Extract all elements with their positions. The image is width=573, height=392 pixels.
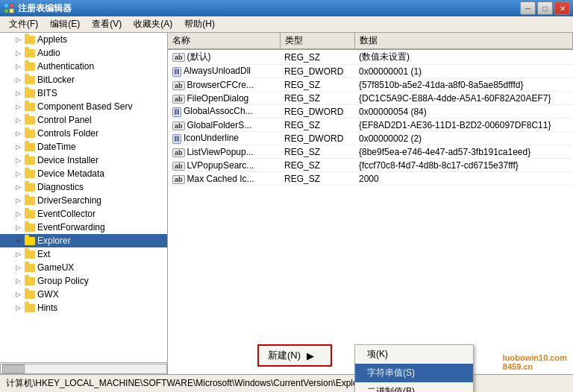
tree-item[interactable]: ▷BitLocker bbox=[0, 73, 167, 86]
tree-expand-icon: ▷ bbox=[12, 262, 24, 274]
reg-name-cell: abFileOpenDialog bbox=[168, 92, 280, 105]
tree-item[interactable]: ▷Ext bbox=[0, 247, 167, 261]
tree-panel: ▷Applets▷Audio▷Authentication▷BitLocker▷… bbox=[0, 33, 168, 374]
tree-item[interactable]: ▷Applets bbox=[0, 33, 167, 46]
tree-item[interactable]: ▷Device Installer bbox=[0, 154, 167, 167]
svg-rect-1 bbox=[10, 4, 13, 7]
reg-ab-icon: ab bbox=[172, 148, 185, 157]
submenu-item[interactable]: 字符串值(S) bbox=[355, 364, 473, 382]
tree-item[interactable]: ▷Audio bbox=[0, 46, 167, 60]
folder-icon bbox=[24, 288, 36, 300]
folder-icon bbox=[24, 248, 36, 260]
menu-file[interactable]: 文件(F) bbox=[3, 16, 44, 32]
close-button[interactable]: ✕ bbox=[554, 1, 570, 15]
table-row[interactable]: abListViewPopup...REG_SZ{8be9f5ea-e746-4… bbox=[168, 145, 573, 159]
reg-name-cell: abLVPopupSearc... bbox=[168, 159, 280, 172]
tree-expand-icon: ▷ bbox=[12, 47, 24, 59]
table-row[interactable]: 目GlobalAssocCh...REG_DWORD0x00000054 (84… bbox=[168, 105, 573, 118]
tree-scrollbar-x[interactable] bbox=[0, 362, 167, 374]
table-row[interactable]: abMax Cached Ic...REG_SZ2000 bbox=[168, 172, 573, 186]
folder-icon bbox=[24, 235, 36, 247]
reg-data-cell: {57f8510b-a5e2-41da-a8f0-8a5ae85dfffd} bbox=[354, 78, 573, 92]
menu-help[interactable]: 帮助(H) bbox=[178, 16, 221, 32]
table-row[interactable]: abBrowserCFCre...REG_SZ{57f8510b-a5e2-41… bbox=[168, 78, 573, 92]
reg-name-cell: abListViewPopup... bbox=[168, 145, 280, 159]
col-header-name: 名称 bbox=[168, 33, 280, 49]
tree-item[interactable]: ▷DateTime bbox=[0, 140, 167, 154]
tree-item-label: Hints bbox=[37, 303, 57, 313]
col-header-type: 类型 bbox=[280, 33, 354, 49]
reg-type-cell: REG_DWORD bbox=[280, 65, 354, 78]
tree-expand-icon: ▷ bbox=[12, 101, 24, 113]
reg-name-cell: abGlobalFolderS... bbox=[168, 118, 280, 132]
tree-item[interactable]: ▼Explorer bbox=[0, 234, 167, 247]
tree-container[interactable]: ▷Applets▷Audio▷Authentication▷BitLocker▷… bbox=[0, 33, 167, 362]
reg-data-cell: {DC1C5A9C-E88A-4dde-A5A1-60F82A20AEF7} bbox=[354, 92, 573, 105]
folder-icon bbox=[24, 47, 36, 59]
folder-icon bbox=[24, 208, 36, 220]
tree-item-label: Ext bbox=[37, 249, 50, 259]
tree-expand-icon: ▷ bbox=[12, 221, 24, 233]
reg-data-cell: {8be9f5ea-e746-4e47-ad57-3fb191ca1eed} bbox=[354, 145, 573, 159]
tree-expand-icon: ▷ bbox=[12, 87, 24, 99]
new-menu-arrow: ▶ bbox=[307, 350, 314, 361]
registry-table[interactable]: 名称 类型 数据 ab(默认)REG_SZ(数值未设置)目AlwaysUnloa… bbox=[168, 33, 573, 374]
tree-item[interactable]: ▷BITS bbox=[0, 86, 167, 100]
tree-item[interactable]: ▷Group Policy bbox=[0, 274, 167, 288]
reg-ab-icon: ab bbox=[172, 121, 185, 130]
window-title: 注册表编辑器 bbox=[18, 2, 520, 15]
tree-item[interactable]: ▷Component Based Serv bbox=[0, 100, 167, 113]
tree-item-label: Group Policy bbox=[37, 276, 89, 286]
tree-item[interactable]: ▷Controls Folder bbox=[0, 127, 167, 140]
svg-rect-3 bbox=[10, 9, 13, 13]
maximize-button[interactable]: □ bbox=[537, 1, 553, 15]
tree-item[interactable]: ▷DriverSearching bbox=[0, 194, 167, 207]
tree-item[interactable]: ▷Control Panel bbox=[0, 113, 167, 127]
tree-item[interactable]: ▷GWX bbox=[0, 288, 167, 301]
tree-item-label: Control Panel bbox=[37, 115, 92, 125]
window-controls: ─ □ ✕ bbox=[520, 1, 570, 15]
table-row[interactable]: ab(默认)REG_SZ(数值未设置) bbox=[168, 49, 573, 65]
reg-ab-icon: ab bbox=[172, 81, 185, 90]
table-row[interactable]: abFileOpenDialogREG_SZ{DC1C5A9C-E88A-4dd… bbox=[168, 92, 573, 105]
submenu-item[interactable]: 项(K) bbox=[355, 345, 473, 364]
reg-type-cell: REG_SZ bbox=[280, 145, 354, 159]
tree-item[interactable]: ▷Hints bbox=[0, 301, 167, 314]
tree-expand-icon: ▷ bbox=[12, 181, 24, 193]
submenu-item[interactable]: 二进制值(B) bbox=[355, 382, 473, 392]
folder-icon bbox=[24, 154, 36, 166]
tree-item[interactable]: ▷Diagnostics bbox=[0, 180, 167, 194]
menu-edit[interactable]: 编辑(E) bbox=[44, 16, 86, 32]
tree-item[interactable]: ▷Device Metadata bbox=[0, 167, 167, 180]
table-row[interactable]: 目AlwaysUnloadDllREG_DWORD0x00000001 (1) bbox=[168, 65, 573, 78]
tree-expand-icon: ▷ bbox=[12, 74, 24, 86]
table-row[interactable]: abLVPopupSearc...REG_SZ{fccf70c8-f4d7-4d… bbox=[168, 159, 573, 172]
tree-expand-icon: ▷ bbox=[12, 114, 24, 126]
new-menu-button[interactable]: 新建(N) ▶ bbox=[257, 344, 332, 367]
tree-item-label: Applets bbox=[37, 34, 67, 45]
reg-name-cell: abMax Cached Ic... bbox=[168, 172, 280, 186]
tree-expand-icon: ▷ bbox=[12, 34, 24, 45]
tree-item-label: Explorer bbox=[37, 235, 71, 246]
tree-item[interactable]: ▷EventCollector bbox=[0, 207, 167, 221]
table-row[interactable]: 目IconUnderlineREG_DWORD0x00000002 (2) bbox=[168, 132, 573, 145]
folder-icon bbox=[24, 168, 36, 180]
tree-item[interactable]: ▷EventForwarding bbox=[0, 221, 167, 234]
folder-icon bbox=[24, 101, 36, 113]
table-row[interactable]: abGlobalFolderS...REG_SZ{EF8AD2D1-AE36-1… bbox=[168, 118, 573, 132]
menu-favorites[interactable]: 收藏夹(A) bbox=[128, 16, 178, 32]
minimize-button[interactable]: ─ bbox=[520, 1, 536, 15]
main-content: ▷Applets▷Audio▷Authentication▷BitLocker▷… bbox=[0, 33, 573, 374]
reg-dword-icon: 目 bbox=[172, 67, 181, 77]
reg-type-cell: REG_DWORD bbox=[280, 132, 354, 145]
new-menu-label: 新建(N) bbox=[268, 349, 301, 362]
tree-item-label: Diagnostics bbox=[37, 182, 84, 192]
menu-view[interactable]: 查看(V) bbox=[86, 16, 128, 32]
reg-data-cell: 2000 bbox=[354, 172, 573, 186]
reg-dword-icon: 目 bbox=[172, 107, 181, 117]
tree-expand-icon: ▷ bbox=[12, 168, 24, 180]
tree-item[interactable]: ▷GameUX bbox=[0, 261, 167, 274]
context-menu-area: 新建(N) ▶ 项(K)字符串值(S)二进制值(B)DWORD (32-位)值(… bbox=[257, 344, 332, 367]
tree-item[interactable]: ▷Authentication bbox=[0, 60, 167, 73]
watermark-line1: luobowin10.com bbox=[503, 353, 567, 362]
